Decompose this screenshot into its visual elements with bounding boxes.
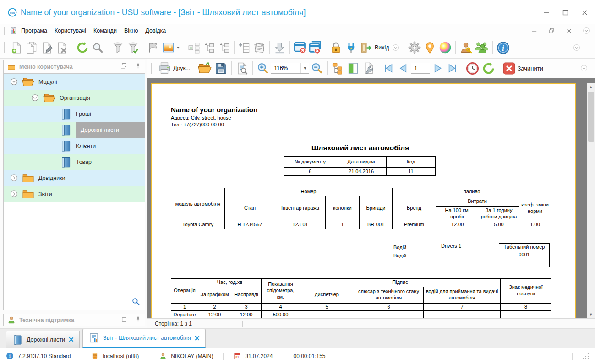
zoom-in-button[interactable] [255,61,271,76]
tree-item-kliienty[interactable]: Клієнти [4,138,145,154]
expand-tree-button[interactable] [217,41,232,55]
tree-item-hroshi[interactable]: Гроші [4,106,145,122]
main-toolbar-overflow-chevron-icon[interactable] [572,43,582,52]
report-toolbar-grip[interactable] [151,63,153,74]
ops-operation-header: Операція [171,278,198,303]
resize-grip-icon[interactable] [583,353,589,359]
page-number-input[interactable] [411,63,430,74]
menu-dovidka[interactable]: Довідка [142,26,169,36]
report-toolbar-overflow-chevron-icon[interactable] [579,64,589,73]
menu-programa[interactable]: Програма [17,26,51,36]
page-color-button[interactable] [345,61,361,76]
document-preview-button[interactable] [234,61,250,76]
close-button[interactable] [581,9,588,16]
scrollbar-thumb[interactable] [588,92,594,142]
zoom-level-combo[interactable]: ▼ [271,63,309,74]
delete-document-button[interactable] [55,41,70,55]
minimize-button[interactable] [542,9,550,16]
scroll-up-arrow-icon[interactable]: ▲ [587,83,595,91]
open-file-button[interactable] [197,60,213,76]
image-preview-button[interactable] [161,41,181,55]
panel-pin-button[interactable] [135,63,141,71]
support-panel-header[interactable]: Технічна підтримка [3,314,145,326]
menu-korystuvachi[interactable]: Користувачі [51,26,90,36]
panel-float-button[interactable] [120,63,127,71]
maximize-button[interactable] [562,9,569,16]
tree-item-tovar[interactable]: Товар [4,154,145,170]
collapse-tree-button[interactable] [202,41,217,55]
search-button[interactable] [90,41,105,55]
close-report-button[interactable]: Зачинити [502,61,545,76]
prev-page-button[interactable] [396,61,411,75]
close-window-button[interactable] [292,40,308,55]
tree-item-moduli[interactable]: Модулі [4,74,145,90]
zoom-combo-arrow-icon[interactable]: ▼ [300,63,309,73]
child-restore-button[interactable] [548,27,555,34]
toolbar-grip-2[interactable] [402,42,404,53]
zoom-level-input[interactable] [271,64,300,73]
connection-plug-button[interactable] [344,41,359,55]
lock-button[interactable] [328,41,344,55]
location-pin-button[interactable] [422,41,437,55]
menubar-overflow-chevron-icon[interactable] [583,27,590,34]
download-button[interactable] [272,41,287,55]
info-button[interactable]: i [495,40,511,55]
menu-vikno[interactable]: Вікно [120,26,142,36]
next-page-button[interactable] [430,61,445,75]
folder-icon [22,172,34,184]
scroll-down-arrow-icon[interactable]: ▼ [587,310,595,318]
tree-item-orhanizatsiia[interactable]: Організація [4,90,145,106]
expander-right-icon[interactable] [10,174,18,182]
flag-button[interactable] [146,41,161,55]
toolbar-grip[interactable] [4,42,6,53]
print-button[interactable]: Друк... [156,60,191,76]
report-title: Шляховий лист автомобіля [171,144,550,152]
ops-speedometer-header: Показання спідометра, км. [262,278,300,303]
expander-down-icon[interactable] [10,78,18,86]
tree-item-dorozhni-lysty-selected[interactable]: Дорожні листи [4,122,145,138]
menubar-grip[interactable] [4,27,6,35]
new-document-button[interactable] [9,41,24,55]
notes-button[interactable] [252,41,267,55]
users-group-button[interactable] [474,40,490,55]
refresh-button[interactable] [75,40,90,55]
expander-down-icon[interactable] [31,94,39,102]
edit-document-button[interactable] [39,41,55,55]
expander-right-icon[interactable] [10,190,18,198]
time-clock-button[interactable] [464,61,480,76]
filter-apply-button[interactable] [126,41,141,55]
refresh-report-button[interactable] [480,61,497,76]
tab-close-icon[interactable] [69,337,74,342]
color-palette-button[interactable] [437,40,453,55]
last-page-button[interactable] [445,61,459,75]
support-pin-button[interactable] [135,316,141,324]
child-close-button[interactable] [565,27,573,34]
ops-number-cell: 6 [354,303,424,311]
save-button[interactable] [213,61,229,76]
tree-item-zvity[interactable]: Звіти [4,186,145,202]
settings-gear-button[interactable] [407,40,422,55]
tree-settings-button[interactable] [186,41,202,55]
page-setup-button[interactable] [361,61,377,76]
filter-button[interactable] [110,41,126,55]
report-structure-button[interactable] [330,61,345,76]
menu-komandy[interactable]: Команди [90,26,120,36]
report-org-address: Адреса: City, street, house [171,115,550,120]
tree-item-dovidnyky[interactable]: Довідники [4,170,145,186]
copy-document-button[interactable] [24,41,39,55]
zoom-out-button[interactable] [309,61,325,76]
exit-button[interactable]: Вихід [359,41,391,55]
group-overflow-chevron-icon[interactable] [391,43,401,52]
report-preview-area: Name of your organization Адреса: City, … [147,78,595,318]
close-all-windows-button[interactable] [308,40,323,55]
tab-dorozhni-lysty[interactable]: Дорожні листи [6,331,80,348]
tab-close-icon[interactable] [195,336,200,341]
first-page-button[interactable] [382,61,396,75]
user-permissions-button[interactable] [458,40,474,55]
tree-search-button[interactable] [131,297,140,308]
add-row-button[interactable] [237,41,252,55]
tab-zvit-shliakhovyi-lyst[interactable]: Звіт - Шляховий лист автомобіля [82,329,206,348]
support-restore-button[interactable] [121,316,127,324]
child-minimize-button[interactable] [530,27,538,34]
report-vertical-scrollbar[interactable]: ▲ ▼ [587,83,595,318]
